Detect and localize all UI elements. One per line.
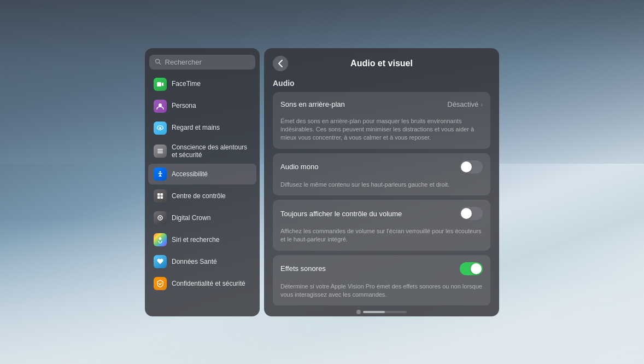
svg-rect-12 [157, 197, 160, 199]
audio-mono-label: Audio mono [280, 163, 460, 171]
sidebar-item-siri[interactable]: Siri et recherche [148, 229, 256, 250]
toggle-knob-3 [471, 263, 482, 274]
chevron-icon: › [481, 101, 483, 108]
sidebar-label-facetime: FaceTime [172, 80, 201, 88]
sidebar-item-confidentialite[interactable]: Confidentialité et sécurité [148, 273, 256, 294]
volume-description: Affichez les commandes de volume sur l'é… [273, 227, 490, 251]
panel-title: Audio et visuel [288, 59, 475, 68]
sidebar-item-donnees-sante[interactable]: Données Santé [148, 251, 256, 272]
sante-icon [154, 255, 167, 268]
effets-sonores-card: Effets sonores Détermine si votre Apple … [273, 255, 490, 305]
sidebar-label-siri: Siri et recherche [172, 236, 219, 244]
sons-arriere-plan-description: Émet des sons en arrière-plan pour masqu… [273, 117, 490, 149]
sons-arriere-plan-label: Sons en arrière-plan [280, 100, 447, 108]
svg-point-15 [160, 217, 161, 219]
sidebar-label-regard: Regard et mains [172, 124, 220, 131]
sidebar: FaceTime Persona Regard et mains [145, 48, 260, 316]
confidentialite-icon [154, 277, 167, 290]
search-icon [155, 58, 162, 66]
centre-icon [154, 189, 167, 203]
sidebar-label-conscience: Conscience des alentours et sécurité [172, 143, 251, 159]
svg-point-5 [159, 127, 161, 129]
sidebar-item-facetime[interactable]: FaceTime [148, 74, 256, 95]
svg-rect-13 [161, 197, 163, 199]
effets-sonores-description: Détermine si votre Apple Vision Pro émet… [273, 282, 490, 305]
svg-rect-11 [161, 193, 163, 196]
sidebar-item-persona[interactable]: Persona [148, 96, 256, 117]
volume-label: Toujours afficher le contrôle du volume [280, 210, 460, 218]
ui-container: FaceTime Persona Regard et mains [0, 0, 644, 364]
effets-sonores-toggle[interactable] [460, 262, 483, 275]
main-panel: Audio et visuel Audio Sons en arrière-pl… [264, 48, 499, 316]
sidebar-item-regard-mains[interactable]: Regard et mains [148, 118, 256, 138]
svg-rect-10 [157, 193, 160, 196]
volume-card: Toujours afficher le contrôle du volume … [273, 200, 490, 251]
panel-content: Audio Sons en arrière-plan Désactivé › É… [264, 77, 499, 305]
toggle-knob [461, 161, 472, 172]
sons-arriere-plan-card: Sons en arrière-plan Désactivé › Émet de… [273, 92, 490, 149]
search-input[interactable] [165, 58, 250, 66]
effets-sonores-label: Effets sonores [280, 264, 460, 273]
regard-icon [154, 122, 167, 135]
svg-rect-6 [157, 149, 163, 150]
audio-mono-row: Audio mono [273, 153, 490, 181]
audio-mono-card: Audio mono Diffusez le même contenu sur … [273, 153, 490, 195]
sidebar-item-centre-controle[interactable]: Centre de contrôle [148, 186, 256, 206]
audio-mono-toggle[interactable] [460, 160, 483, 174]
scroll-indicator [264, 305, 499, 316]
siri-icon [154, 233, 167, 246]
facetime-icon [154, 78, 167, 91]
audio-mono-description: Diffusez le même contenu sur les haut-pa… [273, 181, 490, 195]
accessibilite-icon [154, 167, 167, 181]
digital-crown-icon [154, 211, 167, 224]
sidebar-label-confidentialite: Confidentialité et sécurité [172, 280, 245, 287]
sidebar-item-digital-crown[interactable]: Digital Crown [148, 207, 256, 228]
svg-rect-7 [157, 151, 163, 152]
svg-line-1 [159, 63, 161, 65]
svg-point-9 [160, 171, 161, 173]
persona-icon [154, 100, 167, 113]
volume-row: Toujours afficher le contrôle du volume [273, 200, 490, 227]
toggle-knob-2 [461, 208, 472, 219]
svg-rect-2 [157, 82, 161, 86]
sidebar-label-centre: Centre de contrôle [172, 192, 226, 200]
back-button[interactable] [273, 56, 288, 71]
sidebar-item-accessibilite[interactable]: Accessibilité [148, 164, 256, 184]
effets-sonores-row: Effets sonores [273, 255, 490, 282]
search-bar[interactable] [149, 55, 255, 70]
sidebar-label-sante: Données Santé [172, 258, 217, 265]
sons-arriere-plan-row[interactable]: Sons en arrière-plan Désactivé › [273, 92, 490, 117]
svg-point-4 [159, 103, 162, 107]
scroll-track [363, 311, 407, 313]
audio-section-title: Audio [273, 79, 490, 88]
svg-marker-3 [162, 82, 163, 86]
sons-arriere-plan-value: Désactivé › [447, 100, 483, 108]
sidebar-label-digital-crown: Digital Crown [172, 214, 210, 222]
sidebar-label-accessibilite: Accessibilité [172, 170, 208, 178]
svg-rect-8 [157, 152, 163, 153]
scroll-dot [356, 310, 361, 314]
conscience-icon [154, 145, 167, 158]
volume-toggle[interactable] [460, 207, 483, 220]
sidebar-item-conscience[interactable]: Conscience des alentours et sécurité [148, 140, 256, 163]
panel-header: Audio et visuel [264, 48, 499, 77]
sidebar-label-persona: Persona [172, 102, 196, 109]
scroll-thumb [363, 311, 385, 313]
